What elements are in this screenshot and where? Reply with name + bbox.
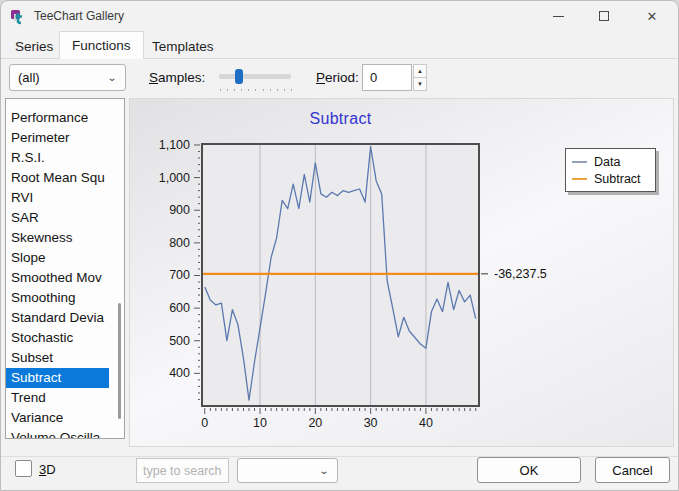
list-item[interactable]: Skewness: [6, 228, 124, 248]
legend-label: Subtract: [594, 172, 641, 186]
minimize-button[interactable]: [535, 1, 581, 31]
list-item[interactable]: Slope: [6, 248, 124, 268]
samples-label: Samples:: [149, 70, 205, 85]
toolbar: (all) ⌄ Samples: Period: 0 ▲ ▼: [1, 59, 678, 97]
legend-item[interactable]: Subtract: [572, 170, 649, 187]
svg-text:800: 800: [169, 236, 190, 250]
maximize-button[interactable]: [581, 1, 627, 31]
legend-swatch: [572, 178, 587, 180]
legend-label: Data: [594, 155, 620, 169]
svg-text:600: 600: [169, 301, 190, 315]
svg-text:1,000: 1,000: [159, 171, 190, 185]
slider-ticks: [220, 89, 292, 91]
spinner-down-button[interactable]: ▼: [413, 78, 427, 91]
svg-text:0: 0: [201, 416, 208, 430]
svg-text:900: 900: [169, 203, 190, 217]
chart-title: Subtract: [202, 110, 479, 128]
svg-text:10: 10: [253, 416, 267, 430]
list-item[interactable]: Smoothing: [6, 288, 124, 308]
list-item[interactable]: SAR: [6, 208, 124, 228]
period-label: Period:: [316, 70, 359, 85]
minimize-icon: [553, 16, 564, 17]
list-item[interactable]: R.S.I.: [6, 148, 124, 168]
filter-value: (all): [18, 70, 40, 85]
list-item[interactable]: Variance: [6, 408, 124, 428]
svg-text:30: 30: [364, 416, 378, 430]
cancel-button[interactable]: Cancel: [595, 457, 670, 483]
footer-dropdown[interactable]: ⌄: [237, 458, 338, 483]
list-item[interactable]: Subset: [6, 348, 124, 368]
list-item[interactable]: Trend: [6, 388, 124, 408]
list-item[interactable]: Subtract: [6, 368, 109, 388]
tab-strip: Series Functions Templates: [1, 31, 678, 59]
chart-preview-panel: 4005006007008009001,0001,100010203040-36…: [129, 98, 674, 447]
chevron-down-icon: ⌄: [319, 465, 329, 476]
svg-text:40: 40: [419, 416, 433, 430]
chevron-down-icon: ⌄: [107, 72, 117, 83]
close-icon: ✕: [647, 10, 658, 23]
slider-track[interactable]: [219, 74, 291, 79]
list-item[interactable]: Performance: [6, 108, 124, 128]
svg-text:1,100: 1,100: [159, 138, 190, 152]
list-item[interactable]: Smoothed Mov: [6, 268, 124, 288]
ok-button[interactable]: OK: [477, 457, 581, 483]
period-input[interactable]: 0: [362, 64, 412, 91]
svg-text:700: 700: [169, 268, 190, 282]
svg-text:400: 400: [169, 366, 190, 380]
close-button[interactable]: ✕: [629, 1, 675, 31]
teechart-gallery-window: TeeChart Gallery ✕ Series Functions Temp…: [0, 0, 679, 491]
chart-legend: DataSubtract: [565, 148, 656, 192]
list-item[interactable]: Volume Oscilla: [6, 428, 124, 439]
maximize-icon: [599, 11, 609, 21]
tab-series[interactable]: Series: [3, 34, 65, 59]
list-item[interactable]: RVI: [6, 188, 124, 208]
title-bar: TeeChart Gallery ✕: [1, 1, 678, 31]
window-title: TeeChart Gallery: [34, 9, 124, 23]
tab-functions[interactable]: Functions: [59, 31, 144, 59]
svg-text:-36,237.5: -36,237.5: [494, 267, 547, 281]
footer-bar: 3D ⌄ OK Cancel: [1, 447, 678, 491]
legend-item[interactable]: Data: [572, 153, 649, 170]
teechart-icon: [10, 8, 27, 25]
slider-thumb[interactable]: [235, 69, 243, 84]
legend-swatch: [572, 161, 587, 163]
svg-text:20: 20: [308, 416, 322, 430]
spinner-up-button[interactable]: ▲: [413, 64, 427, 78]
search-input[interactable]: [136, 458, 229, 483]
3d-checkbox[interactable]: [15, 460, 32, 477]
svg-text:500: 500: [169, 334, 190, 348]
tab-templates[interactable]: Templates: [140, 34, 226, 59]
list-scrollbar-thumb[interactable]: [118, 303, 121, 419]
function-list: PerformancePerimeterR.S.I.Root Mean SquR…: [5, 98, 125, 439]
list-item[interactable]: Stochastic: [6, 328, 124, 348]
period-spinner: ▲ ▼: [413, 64, 427, 91]
list-item[interactable]: Root Mean Squ: [6, 168, 124, 188]
3d-checkbox-label: 3D: [39, 462, 56, 477]
list-item[interactable]: Standard Devia: [6, 308, 124, 328]
filter-dropdown[interactable]: (all) ⌄: [9, 64, 126, 91]
list-item[interactable]: Perimeter: [6, 128, 124, 148]
samples-slider[interactable]: [219, 64, 293, 92]
